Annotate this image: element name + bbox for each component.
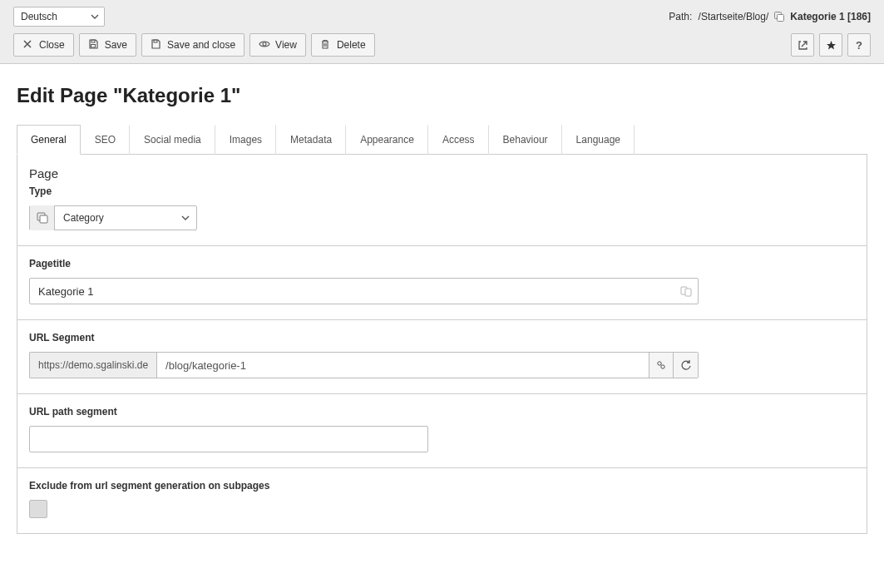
tab-language[interactable]: Language: [562, 125, 635, 155]
save-button[interactable]: Save: [79, 33, 136, 57]
star-icon: [826, 40, 837, 51]
category-icon: [30, 205, 55, 230]
svg-point-5: [263, 42, 266, 46]
breadcrumb-current: Kategorie 1 [186]: [790, 11, 871, 22]
svg-rect-7: [40, 215, 47, 223]
svg-rect-1: [778, 15, 784, 22]
language-select-value: Deutsch: [21, 11, 57, 22]
pagetitle-input[interactable]: [29, 278, 699, 304]
view-button-label: View: [275, 39, 297, 51]
close-icon: [22, 39, 34, 51]
translate-icon: [680, 285, 692, 297]
tab-metadata[interactable]: Metadata: [276, 125, 346, 155]
save-icon: [88, 39, 100, 51]
tab-appearance[interactable]: Appearance: [346, 125, 428, 155]
chevron-down-icon: [181, 214, 190, 222]
pagetitle-label: Pagetitle: [29, 258, 855, 269]
breadcrumb-label: Path:: [669, 11, 692, 22]
exclude-checkbox[interactable]: [29, 500, 47, 518]
open-external-button[interactable]: [791, 33, 814, 57]
save-and-close-button[interactable]: Save and close: [141, 33, 244, 57]
svg-rect-4: [154, 40, 157, 42]
url-toggle-button[interactable]: [649, 352, 674, 378]
close-button-label: Close: [39, 39, 65, 51]
question-icon: ?: [856, 39, 862, 52]
view-button[interactable]: View: [249, 33, 306, 57]
help-button[interactable]: ?: [847, 33, 871, 57]
tab-general[interactable]: General: [17, 125, 81, 155]
exclude-label: Exclude from url segment generation on s…: [29, 480, 855, 492]
refresh-icon: [680, 359, 692, 371]
url-prefix: https://demo.sgalinski.de: [29, 352, 156, 378]
breadcrumb-path: /Startseite/Blog/: [699, 11, 769, 22]
tab-access[interactable]: Access: [428, 125, 489, 155]
page-title: Edit Page "Kategorie 1": [17, 84, 867, 107]
type-select-value: Category: [63, 212, 104, 224]
url-segment-label: URL Segment: [29, 332, 855, 343]
save-button-label: Save: [105, 39, 127, 51]
breadcrumb: Path: /Startseite/Blog/ Kategorie 1 [186…: [669, 11, 871, 22]
save-and-close-button-label: Save and close: [167, 39, 235, 51]
language-select[interactable]: Deutsch: [13, 7, 105, 27]
svg-rect-2: [91, 40, 95, 42]
eye-icon: [259, 39, 270, 51]
tab-images[interactable]: Images: [215, 125, 276, 155]
delete-button-label: Delete: [337, 39, 366, 51]
url-segment-input[interactable]: [156, 352, 649, 378]
url-path-segment-input[interactable]: [29, 426, 428, 452]
type-select[interactable]: Category: [29, 205, 197, 230]
type-label: Type: [29, 185, 855, 197]
svg-rect-9: [685, 289, 691, 296]
external-link-icon: [798, 40, 808, 51]
url-path-segment-label: URL path segment: [29, 406, 855, 418]
section-page-heading: Page: [29, 166, 855, 180]
tab-behaviour[interactable]: Behaviour: [489, 125, 562, 155]
save-close-icon: [151, 39, 162, 51]
close-button[interactable]: Close: [13, 33, 74, 57]
page-icon: [773, 11, 785, 22]
tabs: General SEO Social media Images Metadata…: [17, 124, 867, 155]
trash-icon: [320, 39, 332, 51]
svg-rect-3: [91, 45, 95, 48]
tab-seo[interactable]: SEO: [81, 125, 130, 155]
url-recalculate-button[interactable]: [674, 352, 699, 378]
tab-social[interactable]: Social media: [130, 125, 215, 155]
chevron-down-icon: [91, 12, 99, 21]
delete-button[interactable]: Delete: [311, 33, 375, 57]
bookmark-button[interactable]: [819, 33, 842, 57]
link-toggle-icon: [655, 359, 667, 371]
